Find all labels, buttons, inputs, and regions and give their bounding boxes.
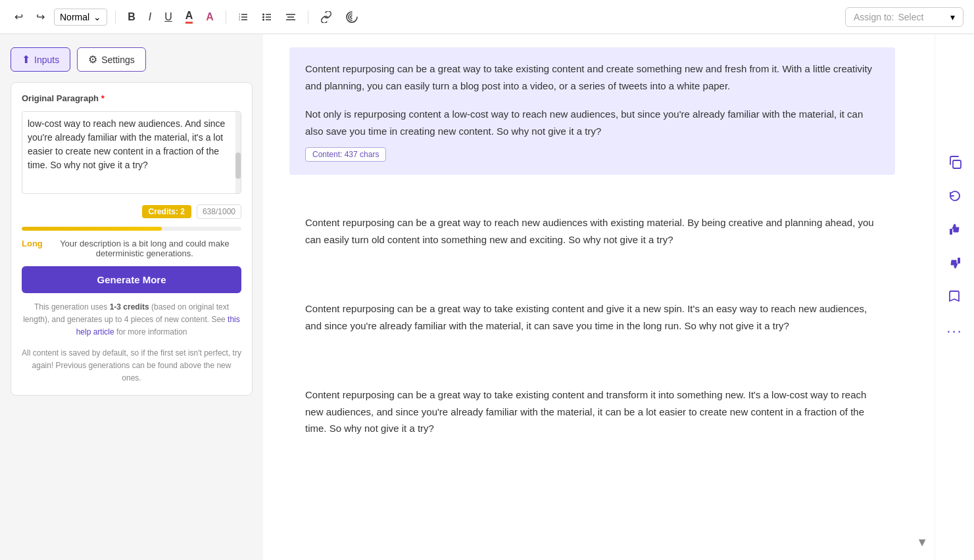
original-paragraph-card: Original Paragraph * low-cost way to rea… xyxy=(11,82,253,396)
svg-rect-15 xyxy=(953,160,961,168)
tab-inputs[interactable]: ⬆ Inputs xyxy=(11,47,70,72)
content-block-3-text: Content repurposing can be a great way t… xyxy=(305,300,879,334)
separator-2 xyxy=(226,11,226,24)
scroll-down-arrow[interactable]: ▼ xyxy=(916,536,928,549)
textarea-footer: Credits: 2 638/1000 xyxy=(22,204,241,219)
textarea-wrapper: low-cost way to reach new audiences. And… xyxy=(22,111,241,194)
font-highlight-button[interactable]: A xyxy=(202,9,218,26)
content-block-4: Content repurposing can be a great way t… xyxy=(289,373,895,450)
credits-badge: Credits: 2 xyxy=(142,205,191,218)
more-icon[interactable]: ··· xyxy=(944,320,965,342)
style-select[interactable]: Normal ⌄ xyxy=(54,9,107,26)
warning-text: Your description is a bit long and could… xyxy=(48,239,241,258)
font-color-button[interactable]: A xyxy=(182,7,197,26)
scrollbar-stub xyxy=(235,112,241,193)
progress-bar xyxy=(22,227,241,231)
info-saved-text: All content is saved by default, so if t… xyxy=(22,347,241,385)
style-label: Normal xyxy=(60,12,89,22)
thumbdown-icon[interactable] xyxy=(945,253,965,276)
copy-icon[interactable] xyxy=(945,152,965,175)
svg-text:3: 3 xyxy=(239,18,241,21)
progress-fill xyxy=(22,227,162,231)
warning-label: Long xyxy=(22,239,43,248)
settings-icon: ⚙ xyxy=(88,53,97,66)
char-count: 638/1000 xyxy=(197,204,241,219)
content-block-1-text-2: Not only is repurposing content a low-co… xyxy=(305,106,879,139)
separator-1 xyxy=(115,11,116,24)
book-icon[interactable] xyxy=(945,287,965,310)
tab-settings[interactable]: ⚙ Settings xyxy=(77,47,146,72)
link-button[interactable] xyxy=(316,9,336,26)
svg-rect-16 xyxy=(950,229,952,235)
scrollbar-thumb xyxy=(235,152,241,179)
assign-label: Assign to: xyxy=(854,12,894,22)
undo-button[interactable]: ↩ xyxy=(11,8,27,26)
original-paragraph-input[interactable]: low-cost way to reach new audiences. And… xyxy=(22,112,241,191)
ordered-list-button[interactable]: 123 xyxy=(234,9,253,25)
italic-button[interactable]: I xyxy=(145,9,155,26)
warning-box: Long Your description is a bit long and … xyxy=(22,239,241,258)
inputs-icon: ⬆ xyxy=(22,53,30,66)
svg-point-8 xyxy=(262,18,264,20)
refresh-icon[interactable] xyxy=(945,186,965,209)
svg-rect-17 xyxy=(958,258,960,264)
content-area[interactable]: Content repurposing can be a great way t… xyxy=(263,34,935,560)
action-bar: ··· xyxy=(935,34,974,560)
inputs-tab-label: Inputs xyxy=(34,55,59,65)
assign-value: Select xyxy=(898,12,946,22)
content-badge-1: Content: 437 chars xyxy=(305,147,386,162)
content-block-4-text: Content repurposing can be a great way t… xyxy=(305,386,879,437)
content-block-1-text: Content repurposing can be a great way t… xyxy=(305,60,879,94)
sidebar: ⬆ Inputs ⚙ Settings Original Paragraph *… xyxy=(0,34,263,560)
generate-more-button[interactable]: Generate More xyxy=(22,266,241,293)
align-button[interactable] xyxy=(281,9,300,25)
chevron-down-icon: ⌄ xyxy=(93,12,101,22)
content-block-3: Content repurposing can be a great way t… xyxy=(289,287,895,347)
sidebar-tabs: ⬆ Inputs ⚙ Settings xyxy=(11,47,253,72)
assign-select[interactable]: Assign to: Select ▾ xyxy=(845,7,963,27)
unordered-list-button[interactable] xyxy=(258,9,276,25)
main-layout: ⬆ Inputs ⚙ Settings Original Paragraph *… xyxy=(0,34,974,560)
thumbup-icon[interactable] xyxy=(945,220,965,243)
settings-tab-label: Settings xyxy=(101,55,135,65)
info-credits-text: This generation uses 1-3 credits (based … xyxy=(22,301,241,339)
underline-button[interactable]: U xyxy=(160,9,176,26)
redo-button[interactable]: ↪ xyxy=(32,8,49,26)
required-marker: * xyxy=(101,93,105,103)
content-block-2: Content repurposing can be a great way t… xyxy=(289,201,895,261)
fingerprint-button[interactable] xyxy=(341,8,362,26)
svg-point-6 xyxy=(262,13,264,15)
toolbar: ↩ ↪ Normal ⌄ B I U A A 123 Assign to: Se… xyxy=(0,0,974,34)
separator-3 xyxy=(308,11,308,24)
bold-button[interactable]: B xyxy=(124,9,139,26)
assign-chevron-icon: ▾ xyxy=(950,12,955,22)
content-block-2-text: Content repurposing can be a great way t… xyxy=(305,214,879,248)
content-block-1: Content repurposing can be a great way t… xyxy=(289,47,895,175)
svg-point-7 xyxy=(262,16,264,18)
original-paragraph-label: Original Paragraph * xyxy=(22,93,241,103)
